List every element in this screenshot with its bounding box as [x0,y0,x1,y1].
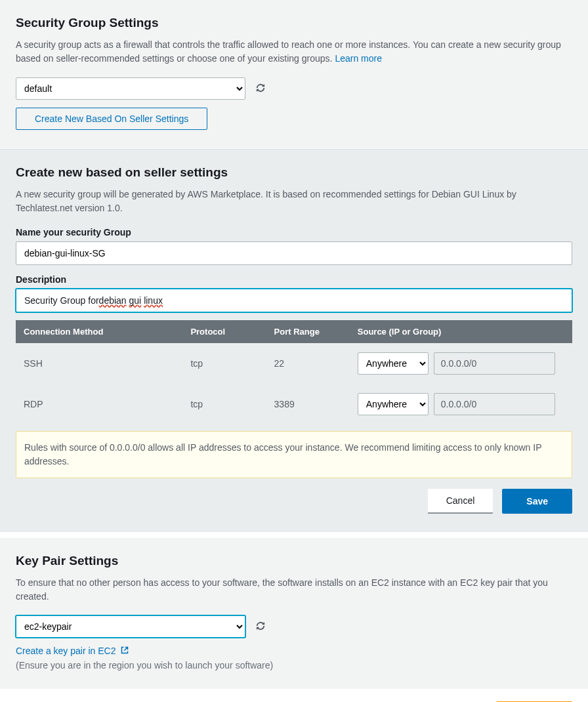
security-group-settings-title: Security Group Settings [16,16,572,30]
sg-name-label: Name your security Group [16,227,572,237]
create-security-group-panel: Create new based on seller settings A ne… [0,149,588,533]
cell-protocol: tcp [182,343,266,384]
th-source: Source (IP or Group) [350,320,572,343]
key-pair-select[interactable]: ec2-keypair [16,615,245,638]
key-pair-title: Key Pair Settings [16,554,572,568]
security-group-select[interactable]: default [16,77,245,100]
source-mode-select[interactable]: Anywhere [358,352,429,375]
open-cidr-warning: Rules with source of 0.0.0.0/0 allows al… [16,431,572,478]
cell-port: 3389 [266,384,350,424]
create-key-pair-link[interactable]: Create a key pair in EC2 [16,646,129,656]
sg-name-input[interactable] [16,241,572,265]
source-mode-select[interactable]: Anywhere [358,393,429,415]
launch-row: Launch [0,690,588,702]
save-button[interactable]: Save [502,489,572,514]
table-row: RDP tcp 3389 Anywhere [16,384,572,424]
sg-description-label: Description [16,274,572,285]
th-connection-method: Connection Method [16,320,182,343]
key-pair-settings-panel: Key Pair Settings To ensure that no othe… [0,538,588,690]
table-row: SSH tcp 22 Anywhere [16,343,572,384]
refresh-keypairs-button[interactable] [256,621,265,632]
external-link-icon [121,646,129,656]
create-sg-description: A new security group will be generated b… [16,188,572,215]
learn-more-link[interactable]: Learn more [335,53,382,64]
sg-description-input[interactable]: Security Group for debian gui linux [16,289,572,312]
cell-port: 22 [266,343,350,384]
security-group-rules-table: Connection Method Protocol Port Range So… [16,320,572,424]
cell-connection: SSH [16,343,182,384]
create-sg-title: Create new based on seller settings [16,165,572,180]
refresh-icon [256,83,265,94]
cell-connection: RDP [16,384,182,424]
create-new-sg-button[interactable]: Create New Based On Seller Settings [16,108,207,130]
source-value-input[interactable] [434,393,555,415]
security-group-settings-panel: Security Group Settings A security group… [0,0,588,149]
region-note: (Ensure you are in the region you wish t… [16,660,572,671]
refresh-security-groups-button[interactable] [256,83,265,94]
th-port-range: Port Range [266,320,350,343]
refresh-icon [256,621,265,632]
th-protocol: Protocol [182,320,266,343]
key-pair-description: To ensure that no other person has acces… [16,576,572,604]
source-value-input[interactable] [434,352,555,375]
cancel-button[interactable]: Cancel [428,489,494,514]
cell-protocol: tcp [182,384,266,424]
security-group-settings-description: A security group acts as a firewall that… [16,38,572,66]
